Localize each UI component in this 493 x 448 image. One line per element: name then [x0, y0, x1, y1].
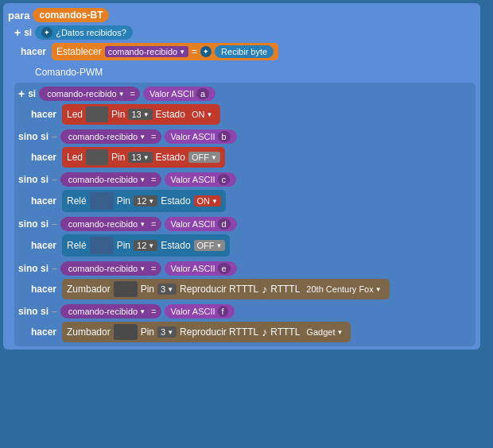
bluetooth-icon-datos: ✦ [41, 27, 52, 38]
si-label-main: si [24, 27, 32, 38]
hacer-label-main: hacer [21, 46, 49, 57]
hacer-led-1: hacer Led Pin 13 Estado OFF [18, 145, 472, 169]
plus-button-main[interactable]: + [14, 26, 21, 39]
ascii-block-4: Valor ASCII e [165, 261, 237, 276]
cmd-eq-block-0: comando-recibido = [39, 87, 140, 101]
para-keyword: para [8, 10, 29, 21]
cmd-eq-block-4: comando-recibido = [60, 261, 161, 276]
zum-label-4: Zumbador [67, 284, 111, 295]
hacer-zum-label-4: hacer [31, 284, 59, 295]
led-block-0: Led Pin 13 Estado ON [62, 104, 220, 125]
ascii-label-1: Valor ASCII [171, 132, 215, 141]
reproducir-5: Reproducir RTTTL [180, 326, 258, 338]
bluetooth-icon-main: ✦ [200, 46, 212, 57]
hacer-rele-label-2: hacer [31, 195, 59, 207]
hacer-zum-label-5: hacer [31, 326, 59, 338]
eq-4: = [151, 264, 156, 273]
ascii-block-2: Valor ASCII c [165, 172, 237, 187]
ascii-block-5: Valor ASCII f [165, 304, 235, 319]
pwm-label: Comando-PWM [29, 65, 109, 79]
plus-button-inner[interactable]: + [18, 87, 25, 100]
rele-label-2: Relé [67, 195, 87, 207]
hacer-led-label-0: hacer [31, 109, 59, 120]
pin-dd-3[interactable]: 12 [134, 240, 157, 251]
hacer-rele-2: hacer Relé Pin 12 Estado ON [18, 188, 472, 214]
estado-label-0: Estado [156, 109, 185, 120]
hacer-zum-4: hacer Zumbador Pin 3 Reproducir RTTTL ♪ … [18, 277, 472, 301]
sino-si-row-1: sino si – comando-recibido = Valor ASCII… [18, 128, 472, 145]
datos-recibidos-label: ¿Datos recibidos? [56, 28, 126, 37]
sino-si-row-5: sino si – comando-recibido = Valor ASCII… [18, 303, 472, 320]
cmd-dd-1[interactable]: comando-recibido [65, 131, 149, 142]
pin-dd-2[interactable]: 12 [134, 195, 157, 207]
sino-si-row-2: sino si – comando-recibido = Valor ASCII… [18, 171, 472, 188]
rele-img-2 [90, 192, 114, 210]
ascii-block-3: Valor ASCII d [165, 217, 237, 231]
estado-dd-2[interactable]: ON [194, 195, 221, 207]
si-datos-row: + si ✦ ¿Datos recibidos? [14, 24, 476, 41]
estado-dd-0[interactable]: ON [188, 109, 215, 120]
dash-2: – [52, 174, 57, 185]
rtttl-label-4: RTTTL [270, 284, 300, 295]
led-label-0: Led [67, 109, 83, 120]
pin-label-0: Pin [111, 109, 125, 120]
recibir-byte-block: Recibir byte [215, 45, 274, 58]
rele-block-3: Relé Pin 12 Estado OFF [62, 234, 230, 257]
establecer-block: Establecer comando-recibido = ✦ Recibir … [52, 43, 278, 60]
rele-img-3 [90, 237, 114, 254]
sino-si-row-3: sino si – comando-recibido = Valor ASCII… [18, 215, 472, 233]
pin-label-1: Pin [111, 152, 125, 163]
eq-2: = [151, 175, 156, 184]
pwm-label-row: Comando-PWM [21, 64, 476, 81]
cmd-eq-block-5: comando-recibido = [60, 304, 161, 319]
ascii-label-0: Valor ASCII [149, 89, 194, 98]
pin-label-5: Pin [141, 326, 154, 338]
ascii-block-0: Valor ASCII a [143, 87, 215, 101]
cmd-dd-3[interactable]: comando-recibido [65, 218, 149, 230]
song-dd-4[interactable]: 20th Century Fox [303, 284, 384, 295]
ascii-block-1: Valor ASCII b [165, 129, 237, 144]
cmd-dd-0[interactable]: comando-recibido [44, 88, 127, 99]
pin-dd-5[interactable]: 3 [157, 326, 177, 338]
pin-dd-4[interactable]: 3 [157, 284, 177, 295]
zum-block-4: Zumbador Pin 3 Reproducir RTTTL ♪ RTTTL … [62, 279, 390, 299]
cmd-eq-block-3: comando-recibido = [60, 217, 161, 231]
comandos-bt-pill[interactable]: comandos-BT [33, 8, 109, 22]
cmd-dd-2[interactable]: comando-recibido [65, 174, 149, 185]
zum-block-5: Zumbador Pin 3 Reproducir RTTTL ♪ RTTTL … [62, 322, 351, 342]
note-icon-4: ♪ [262, 283, 267, 295]
cmd-dd-5[interactable]: comando-recibido [65, 306, 149, 317]
ascii-val-5: f [218, 306, 228, 317]
rele-label-3: Relé [67, 240, 87, 251]
cmd-dd-4[interactable]: comando-recibido [65, 263, 149, 274]
led-label-1: Led [67, 152, 83, 163]
header-row: para comandos-BT [8, 6, 476, 24]
pin-dd-1[interactable]: 13 [128, 152, 152, 163]
dash-5: – [52, 306, 57, 317]
ascii-val-3: d [218, 218, 231, 230]
song-dd-5[interactable]: Gadget [303, 326, 346, 338]
zum-img-5 [114, 324, 138, 340]
eq-1: = [151, 132, 156, 141]
eq-0: = [130, 89, 135, 98]
sino-si-label-1: sino si [18, 131, 49, 142]
zum-label-5: Zumbador [67, 326, 111, 338]
ascii-val-4: e [218, 263, 231, 274]
hacer-zum-5: hacer Zumbador Pin 3 Reproducir RTTTL ♪ … [18, 320, 472, 344]
establecer-label: Establecer [56, 46, 102, 57]
dash-1: – [52, 131, 57, 142]
estado-dd-3[interactable]: OFF [194, 240, 226, 251]
led-block-1: Led Pin 13 Estado OFF [62, 147, 225, 168]
ascii-label-5: Valor ASCII [171, 307, 215, 316]
eq-5: = [151, 307, 156, 316]
pin-dd-0[interactable]: 13 [128, 109, 152, 120]
rele-block-2: Relé Pin 12 Estado ON [62, 190, 226, 212]
cmd-eq-block-1: comando-recibido = [60, 129, 161, 144]
zum-img-4 [114, 281, 138, 297]
estado-label-1: Estado [156, 152, 185, 163]
led-img-0 [86, 106, 108, 122]
cmd-eq-block-2: comando-recibido = [60, 172, 161, 187]
ascii-val-1: b [218, 131, 231, 142]
estado-dd-1[interactable]: OFF [188, 152, 220, 163]
comando-recibido-dd-main[interactable]: comando-recibido [105, 46, 188, 57]
